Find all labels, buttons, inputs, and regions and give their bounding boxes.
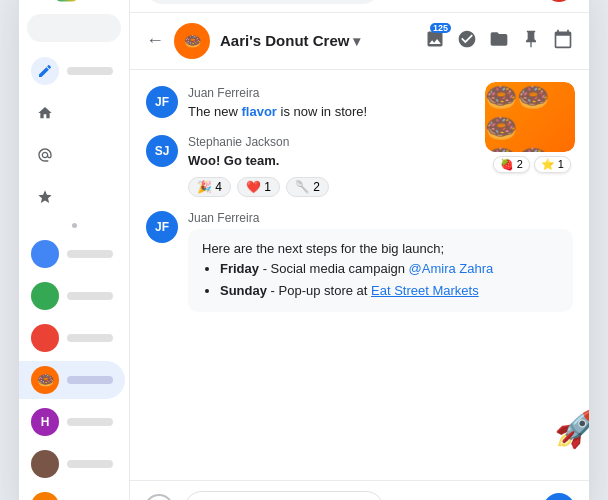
bullet-friday: Friday - Social media campaign @Amira Za…: [220, 258, 559, 280]
image-reaction-star[interactable]: ⭐ 1: [534, 156, 571, 173]
calendar-action-icon[interactable]: [553, 29, 573, 53]
sidebar-item-home[interactable]: [19, 94, 125, 132]
sidebar: Chat: [19, 0, 129, 500]
add-attachment-button[interactable]: +: [144, 494, 174, 501]
send-button[interactable]: [543, 493, 575, 501]
image-reactions: 🍓 2 ⭐ 1: [493, 156, 571, 173]
compose-icon: [31, 57, 59, 85]
conv-label-2: [67, 292, 113, 300]
conv-avatar-6: [31, 492, 59, 501]
chat-window: 🔍 A ← 🍩: [129, 0, 589, 500]
sidebar-conv-3[interactable]: [19, 319, 125, 357]
folder-action-icon[interactable]: [489, 29, 509, 53]
spaces-icon: [31, 183, 59, 211]
rocket-decoration: 🚀: [554, 408, 589, 450]
msg-card-intro: Here are the next steps for the big laun…: [202, 239, 559, 259]
mention-icon: [31, 141, 59, 169]
mention-amira: @Amira Zahra: [409, 261, 494, 276]
chat-logo-icon: [56, 0, 77, 2]
message-reactions: 🎉 4 ❤️ 1 🥄 2: [188, 177, 573, 197]
search-bar[interactable]: 🔍: [146, 0, 379, 4]
msg-avatar-juan-2: JF: [146, 211, 178, 243]
topbar-icons: A: [425, 0, 573, 2]
conv-avatar-3: [31, 324, 59, 352]
msg-bullet-list: Friday - Social media campaign @Amira Za…: [202, 258, 559, 302]
user-avatar[interactable]: A: [545, 0, 573, 2]
msg-highlight-flavor: flavor: [241, 104, 276, 119]
msg-sender-juan-2: Juan Ferreira: [188, 211, 573, 225]
image-reaction-strawberry[interactable]: 🍓 2: [493, 156, 530, 173]
task-action-icon[interactable]: [457, 29, 477, 53]
message-input[interactable]: [184, 491, 384, 501]
conv-avatar-2: [31, 282, 59, 310]
message-row-3: JF Juan Ferreira Here are the next steps…: [146, 211, 573, 313]
conv-avatar-1: [31, 240, 59, 268]
chevron-down-icon[interactable]: ▾: [353, 33, 360, 49]
images-action-icon[interactable]: 125: [425, 29, 445, 53]
msg-avatar-stephanie: SJ: [146, 135, 178, 167]
input-area: + ⚡ A 😊: [130, 480, 589, 501]
conv-avatar-active: 🍩: [31, 366, 59, 394]
sidebar-conv-active[interactable]: 🍩: [19, 361, 125, 399]
reaction-spoon[interactable]: 🥄 2: [286, 177, 329, 197]
msg-card: Here are the next steps for the big laun…: [188, 229, 573, 313]
donut-image: 🍩🍩🍩🍩🍩🍩: [485, 82, 575, 152]
conv-avatar-5: [31, 450, 59, 478]
header-actions: 125: [425, 29, 573, 53]
bullet-sunday: Sunday - Pop-up store at Eat Street Mark…: [220, 280, 559, 302]
sidebar-label: [67, 67, 113, 75]
reaction-heart[interactable]: ❤️ 1: [237, 177, 280, 197]
svg-rect-1: [56, 0, 77, 1]
back-button[interactable]: ←: [146, 30, 164, 51]
conv-label-1: [67, 250, 113, 258]
group-avatar: 🍩: [174, 23, 210, 59]
link-eat-street[interactable]: Eat Street Markets: [371, 283, 479, 298]
messages-area: 🍩🍩🍩🍩🍩🍩 🍓 2 ⭐ 1 JF Juan Ferreira The new …: [130, 70, 589, 480]
conv-label-h: [67, 418, 113, 426]
sidebar-conv-2[interactable]: [19, 277, 125, 315]
sidebar-item-mention[interactable]: [19, 136, 125, 174]
sidebar-divider: [72, 223, 77, 228]
conv-label-5: [67, 460, 113, 468]
sidebar-item-spaces[interactable]: [19, 178, 125, 216]
image-badge: 125: [430, 23, 451, 33]
msg-avatar-juan-1: JF: [146, 86, 178, 118]
sidebar-search-bar[interactable]: [27, 14, 121, 42]
conv-label-3: [67, 334, 113, 342]
chat-header: ← 🍩 Aari's Donut Crew ▾ 125: [130, 13, 589, 70]
pin-action-icon[interactable]: [521, 29, 541, 53]
sidebar-conv-5[interactable]: [19, 445, 125, 483]
sidebar-item-compose[interactable]: [19, 52, 125, 90]
conv-label-active: [67, 376, 113, 384]
msg-content-3: Juan Ferreira Here are the next steps fo…: [188, 211, 573, 313]
reaction-party[interactable]: 🎉 4: [188, 177, 231, 197]
sidebar-conv-h[interactable]: H: [19, 403, 125, 441]
sidebar-conv-6[interactable]: [19, 487, 125, 501]
sidebar-conv-1[interactable]: [19, 235, 125, 273]
sidebar-header: Chat: [19, 0, 129, 10]
conv-avatar-h: H: [31, 408, 59, 436]
topbar: 🔍 A: [130, 0, 589, 13]
group-name: Aari's Donut Crew ▾: [220, 32, 360, 49]
home-icon: [31, 99, 59, 127]
